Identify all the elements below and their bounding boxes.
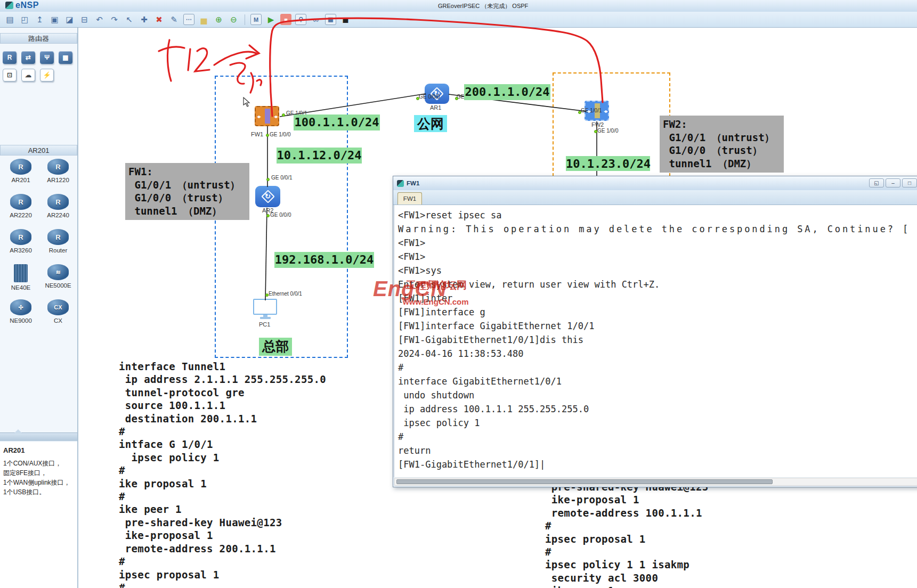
start-device-icon[interactable]: ▶ bbox=[265, 14, 277, 25]
minimize-button[interactable]: – bbox=[886, 178, 900, 187]
sidebar-splitter[interactable] bbox=[0, 432, 77, 441]
config-line: security acl 3000 bbox=[545, 571, 709, 584]
device-ne40e[interactable]: NE40E bbox=[2, 264, 39, 299]
area-label-hq[interactable]: 总部 bbox=[259, 338, 292, 356]
stop-device-icon[interactable]: ■ bbox=[280, 14, 291, 25]
pin-window-button[interactable]: ◱ bbox=[869, 178, 884, 187]
zoom-out-icon[interactable]: ⊖ bbox=[228, 14, 239, 25]
device-link-category-icon[interactable]: ⚡ bbox=[40, 69, 54, 81]
device-ne5000e[interactable]: ≋ NE5000E bbox=[39, 264, 77, 299]
device-description-title: AR201 bbox=[3, 446, 74, 454]
note-line: G1/0/0 （trust） bbox=[128, 191, 246, 205]
device-ar1220[interactable]: R AR1220 bbox=[39, 159, 77, 194]
redo-icon[interactable]: ↷ bbox=[109, 14, 120, 25]
terminal-tab-bar: FW1 bbox=[393, 190, 917, 205]
packet-inspect-icon[interactable]: ⚲ bbox=[295, 14, 306, 25]
terminal-title-bar[interactable]: FW1 ◱ – □ bbox=[393, 176, 917, 190]
config-text-left[interactable]: interface Tunnel1 ip address 2.1.1.1 255… bbox=[119, 360, 326, 588]
actual-size-icon[interactable]: M bbox=[250, 14, 262, 25]
device-description-line: 1个CON/AUX接口， bbox=[3, 459, 74, 468]
router-category-icon[interactable]: R bbox=[3, 51, 17, 64]
device-label: AR2240 bbox=[47, 212, 69, 218]
area-label-public[interactable]: 公网 bbox=[414, 115, 447, 132]
red-scribble-stroke bbox=[188, 49, 190, 70]
watermark-overlay-text: 工程师论坛网 bbox=[406, 279, 467, 292]
print-icon[interactable]: ⊟ bbox=[79, 14, 90, 25]
toolbar: ▤ ◰ ↥ ▣ ◪ ⊟ ↶ ↷ ↖ ✚ ✖ ✎ ⋯ ▅ ⊕ ⊖ M ▶ ■ ⚲ … bbox=[0, 12, 917, 28]
device-label: AR3260 bbox=[10, 247, 32, 254]
delete-icon[interactable]: ✖ bbox=[153, 14, 165, 25]
console-icon[interactable]: ◼ bbox=[340, 14, 351, 25]
node-label-ar1: AR1 bbox=[430, 104, 441, 111]
export-icon[interactable]: ↥ bbox=[34, 14, 45, 25]
device-ar201[interactable]: R AR201 bbox=[2, 159, 39, 194]
subnet-label-10-1-12[interactable]: 10.1.12.0/24 bbox=[277, 148, 362, 164]
terminal-horizontal-scrollbar[interactable] bbox=[394, 478, 917, 486]
device-ar2220[interactable]: R AR2220 bbox=[2, 194, 39, 229]
terminal-tab-fw1[interactable]: FW1 bbox=[397, 192, 422, 205]
wlan-category-icon[interactable]: Ψ bbox=[40, 51, 54, 64]
subnet-label-200[interactable]: 200.1.1.0/24 bbox=[464, 84, 550, 100]
config-line: # bbox=[545, 545, 709, 558]
device-router[interactable]: R Router bbox=[39, 229, 77, 264]
select-icon[interactable]: ↖ bbox=[124, 14, 135, 25]
subnet-label-10-1-23[interactable]: 10.1.23.0/24 bbox=[566, 156, 650, 171]
pan-hand-icon[interactable]: ✚ bbox=[139, 14, 150, 25]
watermark: EngCN 工程师论坛网 www.EngCN.com bbox=[373, 277, 490, 308]
terminal-category-icon[interactable]: ⊡ bbox=[3, 69, 17, 81]
watermark-url: www.EngCN.com bbox=[403, 297, 469, 306]
save-as-icon[interactable]: ◪ bbox=[64, 14, 75, 25]
device-description-panel: AR201 1个CON/AUX接口， 固定8FE接口， 1个WAN侧uplink… bbox=[0, 442, 77, 588]
save-icon[interactable]: ▣ bbox=[49, 14, 60, 25]
terminal-window-fw1[interactable]: FW1 ◱ – □ FW1 <FW1>reset ipsec saWarning… bbox=[393, 176, 917, 487]
device-label: NE9000 bbox=[10, 317, 32, 324]
note-line: G1/0/1 （untrust） bbox=[128, 178, 246, 192]
data-capture-icon[interactable]: ∞ bbox=[310, 14, 321, 25]
terminal-line: undo shutdown bbox=[398, 388, 917, 402]
node-label-fw2: FW2 bbox=[591, 121, 604, 128]
config-line: ike-proposal 1 bbox=[119, 529, 326, 542]
config-line: ike-proposal 1 bbox=[545, 493, 709, 506]
grid-icon[interactable]: ▦ bbox=[325, 14, 336, 25]
scrollbar-thumb[interactable] bbox=[396, 479, 773, 484]
terminal-logo-icon bbox=[397, 180, 404, 187]
config-line: # bbox=[545, 519, 709, 532]
core-router-icon: ✣ bbox=[10, 299, 31, 315]
sidebar-section-title: AR201 bbox=[0, 145, 77, 156]
cloud-category-icon[interactable]: ☁ bbox=[21, 69, 35, 81]
terminal-line: return bbox=[398, 444, 917, 458]
maximize-button[interactable]: □ bbox=[902, 178, 917, 187]
port-dot bbox=[266, 178, 270, 181]
new-topo-icon[interactable]: ▤ bbox=[4, 14, 15, 25]
device-ar3260[interactable]: R AR3260 bbox=[2, 229, 39, 264]
config-line: ipsec proposal 1 bbox=[119, 568, 326, 581]
port-dot bbox=[594, 130, 597, 133]
config-text-right[interactable]: pre-shared-key Huawei@123 ike-proposal 1… bbox=[545, 480, 709, 588]
text-note-icon[interactable]: ⋯ bbox=[183, 14, 194, 25]
firewall-category-icon[interactable]: ▩ bbox=[59, 51, 72, 64]
router-device-icon: R bbox=[47, 229, 69, 245]
switch-category-icon[interactable]: ⇄ bbox=[21, 51, 35, 64]
zoom-in-icon[interactable]: ⊕ bbox=[213, 14, 224, 25]
device-label: AR2220 bbox=[10, 212, 32, 218]
device-cx[interactable]: CX CX bbox=[39, 299, 77, 334]
device-description-line: 1个USB接口。 bbox=[3, 487, 74, 497]
device-ar2240[interactable]: R AR2240 bbox=[39, 194, 77, 229]
cx-device-icon: CX bbox=[47, 299, 69, 315]
open-topo-icon[interactable]: ◰ bbox=[19, 14, 30, 25]
config-line: ip address 2.1.1.1 255.255.255.0 bbox=[119, 373, 326, 386]
device-ne9000[interactable]: ✣ NE9000 bbox=[2, 299, 39, 334]
subnet-label-192-168[interactable]: 192.168.1.0/24 bbox=[274, 252, 374, 268]
undo-icon[interactable]: ↶ bbox=[94, 14, 105, 25]
terminal-output[interactable]: <FW1>reset ipsec saWarning: This operati… bbox=[394, 205, 917, 477]
subnet-label-100[interactable]: 100.1.1.0/24 bbox=[294, 115, 380, 130]
config-line: ipsec policy 1 1 isakmp bbox=[545, 558, 709, 571]
device-categories: R ⇄ Ψ ▩ ⊡ ☁ ⚡ bbox=[3, 51, 76, 81]
color-palette-icon[interactable]: ▅ bbox=[198, 14, 209, 25]
port-dot bbox=[266, 134, 269, 137]
port-dot bbox=[266, 214, 270, 217]
annotate-pen-icon[interactable]: ✎ bbox=[168, 14, 180, 25]
note-fw2[interactable]: FW2: G1/0/1 （untrust） G1/0/0 （trust） tun… bbox=[660, 116, 784, 173]
note-line: FW2: bbox=[663, 118, 781, 131]
note-fw1[interactable]: FW1: G1/0/1 （untrust） G1/0/0 （trust） tun… bbox=[125, 163, 249, 220]
